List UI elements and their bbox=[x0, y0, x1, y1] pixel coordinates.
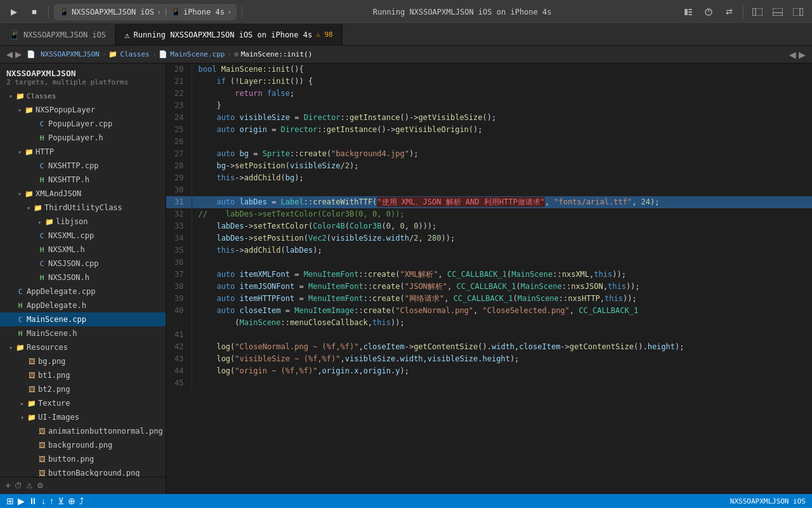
breadcrumb-file-icon: 📄 bbox=[27, 50, 36, 58]
code-line[interactable]: auto bg = Sprite::create("background4.jp… bbox=[192, 148, 812, 160]
step-out-button[interactable]: ↑ bbox=[49, 496, 54, 506]
code-line[interactable]: bg->setPosition(visibleSize/2); bbox=[192, 160, 812, 172]
code-line[interactable]: labDes->setPosition(Vec2(visibleSize.wid… bbox=[192, 232, 812, 244]
code-line[interactable]: log("visibleSize ~ (%f,%f)",visibleSize.… bbox=[192, 353, 812, 365]
table-row: 28 bg->setPosition(visibleSize/2); bbox=[166, 160, 812, 172]
sidebar-item-mainscene-h[interactable]: H MainScene.h bbox=[0, 326, 166, 340]
toggle-bottom-panel-button[interactable] bbox=[769, 4, 787, 20]
cpp-file-icon: C bbox=[15, 316, 25, 324]
sidebar-item-background-png[interactable]: 🖼 background.png bbox=[0, 438, 166, 452]
toggle-navigator-button[interactable] bbox=[679, 4, 697, 20]
sidebar-item-appdelegate-h[interactable]: H AppDelegate.h bbox=[0, 298, 166, 312]
breadcrumb-left-button[interactable]: ◀ bbox=[6, 50, 13, 59]
png-icon: 🖼 bbox=[27, 385, 37, 394]
sidebar-item-bt2-png[interactable]: 🖼 bt2.png bbox=[0, 382, 166, 396]
code-line[interactable]: log("origin ~ (%f,%f)",origin.x,origin.y… bbox=[192, 365, 812, 377]
expand-arrow: ▸ bbox=[18, 400, 27, 407]
breadcrumb-right-button[interactable]: ▶ bbox=[15, 50, 22, 59]
sidebar-item-bt1-png[interactable]: 🖼 bt1.png bbox=[0, 368, 166, 382]
sidebar-item-nxsjson-cpp[interactable]: C NXSJSON.cpp bbox=[0, 257, 166, 271]
sidebar-item-xmlandjson[interactable]: ▾ 📁 XMLAndJSON bbox=[0, 187, 166, 201]
sidebar-item-nxshttp-cpp[interactable]: C NXSHTTP.cpp bbox=[0, 159, 166, 173]
line-number: 36 bbox=[166, 257, 192, 269]
sidebar-item-nxspopuplayer[interactable]: ▾ 📁 NXSPopupLayer bbox=[0, 103, 166, 117]
table-row: 22 return false; bbox=[166, 88, 812, 100]
code-line[interactable]: auto itemJSONFont = MenuItemFont::create… bbox=[192, 281, 812, 293]
sidebar-item-mainscene-cpp[interactable]: C MainScene.cpp bbox=[0, 312, 166, 326]
code-line[interactable]: auto labDes = Label::createWithTTF("使用 X… bbox=[192, 196, 812, 208]
sidebar-label-nxshttp-h: NXSHTTP.h bbox=[47, 175, 166, 184]
show-debug-button[interactable]: ⊞ bbox=[6, 496, 14, 506]
share-button[interactable]: ⤴ bbox=[79, 496, 84, 506]
code-line[interactable] bbox=[192, 257, 812, 269]
sidebar-item-popuplayer-h[interactable]: H PopupLayer.h bbox=[0, 131, 166, 145]
sidebar-item-resources[interactable]: ▾ 📁 Resources bbox=[0, 340, 166, 354]
sidebar-item-popuplayer-cpp[interactable]: C PopupLayer.cpp bbox=[0, 117, 166, 131]
sidebar-item-nxsxml-h[interactable]: H NXSXML.h bbox=[0, 243, 166, 257]
toggle-debug-button[interactable] bbox=[700, 4, 717, 20]
code-line[interactable]: auto closeItem = MenuItemImage::create("… bbox=[192, 305, 812, 317]
breadcrumb-mainscene-cpp[interactable]: MainScene.cpp bbox=[170, 50, 225, 58]
sidebar-item-http[interactable]: ▾ 📁 HTTP bbox=[0, 145, 166, 159]
jump-button[interactable]: ⊻ bbox=[58, 496, 64, 506]
code-line[interactable]: return false; bbox=[192, 88, 812, 100]
breadcrumb-jump-button[interactable]: ▶ bbox=[799, 50, 806, 60]
breadcrumb-project[interactable]: NXSSOAPXMLJSON bbox=[41, 50, 100, 58]
scheme-icon: 📱 bbox=[59, 7, 69, 17]
code-line[interactable]: this->addChild(bg); bbox=[192, 172, 812, 184]
code-line[interactable]: // labDes->setTextColor(Color3B(0, 0, 0)… bbox=[192, 208, 812, 220]
sidebar-item-texture[interactable]: ▸ 📁 Texture bbox=[0, 396, 166, 410]
code-line[interactable]: this->addChild(labDes); bbox=[192, 244, 812, 257]
code-line[interactable]: } bbox=[192, 100, 812, 112]
sidebar-item-appdelegate-cpp[interactable]: C AppDelegate.cpp bbox=[0, 284, 166, 298]
filter-button[interactable]: ⏱ bbox=[15, 481, 22, 490]
sidebar-item-bg-png[interactable]: 🖼 bg.png bbox=[0, 354, 166, 368]
toggle-assistant-button[interactable]: ⇄ bbox=[720, 4, 738, 20]
code-line[interactable]: labDes->setTextColor(Color4B(Color3B(0, … bbox=[192, 220, 812, 232]
add-target-button[interactable]: + bbox=[5, 480, 11, 491]
toggle-left-panel-button[interactable] bbox=[749, 4, 766, 20]
table-row: 42 log("CloseNormal.png ~ (%f,%f)",close… bbox=[166, 341, 812, 353]
line-number bbox=[166, 317, 192, 329]
warning-filter-button[interactable]: ⚠ bbox=[26, 481, 33, 490]
add-expression-button[interactable]: ⊕ bbox=[68, 496, 75, 506]
breadcrumb-classes[interactable]: Classes bbox=[120, 50, 149, 58]
play-button[interactable]: ▶ bbox=[5, 4, 23, 20]
code-line[interactable]: (MainScene::menuCloseCallback,this)); bbox=[192, 317, 812, 329]
settings-button[interactable]: ⚙ bbox=[37, 481, 44, 490]
code-line[interactable]: auto itemXMLFont = MenuItemFont::create(… bbox=[192, 269, 812, 281]
sidebar-item-ui-images[interactable]: ▾ 📁 UI-Images bbox=[0, 410, 166, 424]
tab-scheme[interactable]: 📱 NXSSOAPXMLJSON iOS bbox=[0, 24, 115, 45]
scheme-device-selector[interactable]: 📱 NXSSOAPXMLJSON iOS › | 📱 iPhone 4s › bbox=[54, 4, 237, 20]
sidebar-item-nxshttp-h[interactable]: H NXSHTTP.h bbox=[0, 173, 166, 187]
stop-button[interactable]: ■ bbox=[25, 4, 43, 20]
code-line[interactable]: auto origin = Director::getInstance()->g… bbox=[192, 124, 812, 136]
device-chevron-icon: › bbox=[227, 8, 232, 17]
code-line[interactable]: log("CloseNormal.png ~ (%f,%f)",closeIte… bbox=[192, 341, 812, 353]
tab-running[interactable]: ⚠️ Running NXSSOAPXMLJSON iOS on iPhone … bbox=[115, 24, 343, 45]
sidebar-item-thirdutility[interactable]: ▾ 📁 ThirdUtilityClass bbox=[0, 201, 166, 215]
breadcrumb-related-button[interactable]: ◀ bbox=[789, 50, 796, 60]
sidebar-item-classes[interactable]: ▾ 📁 Classes bbox=[0, 89, 166, 103]
sidebar-item-animbutton[interactable]: 🖼 animationbuttonnormal.png bbox=[0, 424, 166, 438]
code-line[interactable] bbox=[192, 184, 812, 196]
code-line[interactable] bbox=[192, 136, 812, 148]
sidebar-item-button-png[interactable]: 🖼 button.png bbox=[0, 452, 166, 466]
sidebar-item-libjson[interactable]: ▸ 📁 libjson bbox=[0, 215, 166, 229]
breadcrumb-init-fn[interactable]: MainScene::init() bbox=[241, 50, 313, 58]
code-line[interactable] bbox=[192, 329, 812, 341]
toggle-right-panel-button[interactable] bbox=[789, 4, 807, 20]
continue-button[interactable]: ▶ bbox=[18, 496, 25, 506]
step-into-button[interactable]: ↓ bbox=[41, 496, 46, 506]
code-line[interactable] bbox=[192, 377, 812, 389]
code-line[interactable]: auto itemHTTPFont = MenuItemFont::create… bbox=[192, 293, 812, 305]
breadcrumb-cpp-icon: 📄 bbox=[159, 50, 167, 58]
code-line[interactable]: auto visibleSize = Director::getInstance… bbox=[192, 112, 812, 124]
step-over-button[interactable]: ⏸ bbox=[29, 496, 37, 506]
code-line[interactable]: bool MainScene::init(){ bbox=[192, 64, 812, 76]
sidebar-item-nxsxml-cpp[interactable]: C NXSXML.cpp bbox=[0, 229, 166, 243]
line-number: 40 bbox=[166, 305, 192, 317]
code-line[interactable]: if (!Layer::init()) { bbox=[192, 76, 812, 88]
code-area[interactable]: 20 bool MainScene::init(){ 21 if (!Layer… bbox=[166, 64, 812, 494]
sidebar-item-nxsjson-h[interactable]: H NXSJSON.h bbox=[0, 271, 166, 284]
